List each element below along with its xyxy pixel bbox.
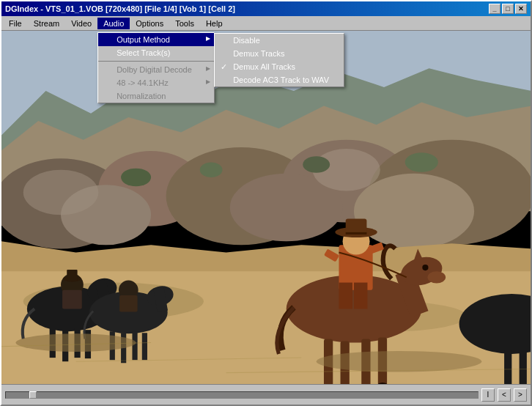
submenu-item-demux-all-tracks[interactable]: Demux All Tracks: [215, 60, 344, 73]
dropdown-item-select-tracks[interactable]: Select Track(s): [98, 46, 214, 59]
menu-item-file[interactable]: File: [3, 18, 28, 29]
dropdown-item-normalization[interactable]: Normalization: [98, 89, 214, 103]
progress-track[interactable]: [5, 391, 479, 399]
menu-item-help[interactable]: Help: [200, 18, 229, 29]
svg-point-45: [422, 265, 428, 270]
dropdown-item-output-method[interactable]: Output Method Disable Demux Tracks Demux…: [98, 33, 214, 46]
submenu-item-disable[interactable]: Disable: [215, 34, 344, 47]
menu-item-audio[interactable]: Audio Output Method Disable Demux Tracks: [97, 18, 130, 29]
dropdown-item-48-44[interactable]: 48 -> 44.1KHz: [98, 76, 214, 89]
mark-in-button[interactable]: I: [481, 388, 495, 402]
next-frame-button[interactable]: >: [514, 388, 527, 402]
status-bar: I < >: [1, 384, 531, 405]
svg-point-44: [427, 271, 446, 283]
submenu-item-decode-ac3[interactable]: Decode AC3 Track to WAV: [215, 73, 344, 86]
svg-rect-38: [142, 333, 147, 360]
svg-point-68: [317, 351, 482, 372]
menu-item-video[interactable]: Video: [65, 18, 97, 29]
dropdown-separator-1: [98, 61, 214, 62]
window-title: DGIndex - VTS_01_1.VOB [720x480] [File 1…: [5, 4, 235, 13]
svg-rect-40: [119, 295, 138, 312]
svg-point-67: [15, 333, 136, 352]
title-bar-buttons: _ □ ✕: [489, 4, 527, 14]
svg-point-10: [354, 174, 474, 249]
menu-item-options[interactable]: Options: [130, 18, 169, 29]
menu-item-tools[interactable]: Tools: [169, 18, 200, 29]
progress-thumb[interactable]: [29, 391, 37, 399]
menu-bar: File Stream Video Audio Output Method Di…: [1, 16, 531, 31]
main-window: DGIndex - VTS_01_1.VOB [720x480] [File 1…: [0, 0, 532, 406]
svg-point-14: [200, 162, 223, 177]
dropdown-item-dolby[interactable]: Dolby Digital Decode: [98, 63, 214, 76]
maximize-button[interactable]: □: [502, 4, 514, 14]
svg-rect-29: [62, 290, 82, 309]
svg-point-13: [121, 169, 151, 187]
audio-dropdown: Output Method Disable Demux Tracks Demux…: [97, 32, 215, 103]
svg-rect-37: [132, 331, 137, 360]
svg-rect-66: [520, 353, 527, 384]
svg-rect-60: [346, 218, 367, 234]
svg-rect-65: [504, 350, 511, 384]
title-bar: DGIndex - VTS_01_1.VOB [720x480] [File 1…: [1, 1, 531, 16]
svg-rect-31: [67, 270, 77, 280]
svg-point-11: [23, 170, 99, 215]
submenu-item-demux-tracks[interactable]: Demux Tracks: [215, 47, 344, 60]
svg-rect-61: [346, 232, 367, 235]
svg-point-15: [303, 156, 330, 173]
output-method-submenu: Disable Demux Tracks Demux All Tracks De…: [214, 33, 344, 87]
svg-rect-57: [354, 283, 367, 309]
svg-point-16: [405, 152, 438, 172]
prev-frame-button[interactable]: <: [498, 388, 511, 402]
menu-item-stream[interactable]: Stream: [28, 18, 65, 29]
svg-rect-56: [339, 283, 352, 309]
minimize-button[interactable]: _: [489, 4, 500, 14]
close-button[interactable]: ✕: [515, 4, 527, 14]
